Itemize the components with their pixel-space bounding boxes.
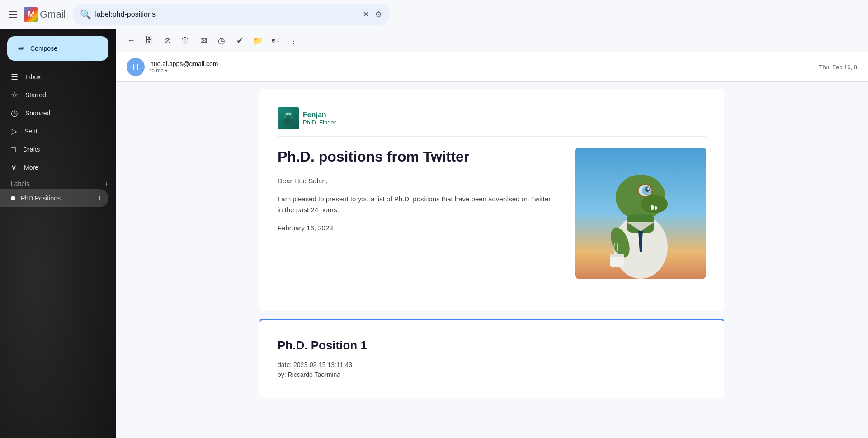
task-button[interactable]: ✔: [231, 33, 248, 49]
to-me-dropdown[interactable]: to me ▾: [150, 67, 218, 74]
email-greeting: Dear Hue Salari,: [278, 176, 557, 186]
avatar: H: [127, 58, 145, 76]
label-count: 1: [98, 195, 101, 201]
svg-point-2: [286, 113, 288, 115]
search-bar: 🔍 ✕ ⚙: [73, 4, 389, 25]
drafts-icon: □: [11, 145, 16, 154]
fenjan-logo-subtitle: Ph.D. Finder: [303, 119, 336, 126]
sidebar: ✏ Compose ☰ Inbox ☆ Starred ◷ Snoozed ▷: [0, 29, 116, 438]
label-name: PhD Positions: [21, 195, 93, 202]
email-body-text: I am pleased to present to you a list of…: [278, 194, 557, 215]
email-hero: Ph.D. positions from Twitter Dear Hue Sa…: [278, 148, 706, 279]
fenjan-logo-title: Fenjan: [303, 111, 336, 119]
delete-button[interactable]: 🗑: [177, 33, 193, 49]
sidebar-item-snoozed[interactable]: ◷ Snoozed: [0, 104, 108, 122]
inbox-icon: ☰: [11, 72, 18, 82]
svg-rect-22: [655, 206, 657, 210]
svg-point-4: [286, 115, 291, 119]
to-me-text: to me: [150, 67, 164, 74]
compose-label: Compose: [30, 45, 57, 52]
sender-name: hue.ai.apps@gmail.com: [150, 60, 218, 67]
labels-heading: Labels: [11, 180, 29, 187]
dinosaur-svg: [575, 148, 706, 279]
more-chevron-icon: ∨: [11, 162, 17, 172]
top-bar: M Gmail 🔍 ✕ ⚙: [0, 0, 868, 29]
gmail-logo-text: Gmail: [40, 9, 66, 20]
move-button[interactable]: 📁: [250, 33, 266, 49]
email-hero-image: [575, 148, 706, 279]
svg-point-12: [647, 188, 649, 190]
svg-point-8: [641, 195, 668, 213]
main-layout: ✏ Compose ☰ Inbox ☆ Starred ◷ Snoozed ▷: [0, 29, 868, 438]
position-1-card: Ph.D. Position 1 date: 2023-02-15 13:11:…: [259, 319, 724, 398]
email-body: Fenjan Ph.D. Finder Ph.D. positions from…: [116, 82, 868, 438]
email-date: Thu, Feb 16, 8: [819, 64, 857, 71]
more-label: More: [24, 164, 101, 171]
email-content-date: February 16, 2023: [278, 223, 557, 233]
sidebar-item-sent[interactable]: ▷ Sent: [0, 122, 108, 140]
starred-label: Starred: [25, 91, 101, 99]
spam-button[interactable]: ⊘: [159, 33, 175, 49]
email-toolbar: ← 🗄 ⊘ 🗑 ✉ ◷ ✔ 📁 🏷 ⋮: [116, 29, 868, 52]
inbox-label: Inbox: [25, 73, 101, 81]
position-1-by: by: Riccardo Taormina: [278, 370, 706, 380]
search-filter-icon[interactable]: ⚙: [375, 10, 382, 19]
snooze-icon: ◷: [11, 108, 18, 118]
email-title: Ph.D. positions from Twitter: [278, 148, 557, 167]
sidebar-item-phd-positions[interactable]: PhD Positions 1: [0, 189, 108, 207]
hamburger-menu[interactable]: [7, 9, 18, 20]
email-brand-header: Fenjan Ph.D. Finder: [278, 107, 706, 137]
svg-point-3: [288, 113, 291, 115]
labels-section-header: Labels +: [0, 176, 116, 189]
search-icon[interactable]: 🔍: [80, 9, 91, 20]
compose-button[interactable]: ✏ Compose: [7, 36, 108, 61]
fenjan-logo-icon: [278, 107, 299, 129]
avatar-letter: H: [133, 62, 139, 72]
email-content-wrapper: Fenjan Ph.D. Finder Ph.D. positions from…: [252, 82, 731, 405]
svg-rect-21: [651, 205, 654, 210]
mark-unread-button[interactable]: ✉: [195, 33, 212, 49]
main-nav: ☰ Inbox ☆ Starred ◷ Snoozed ▷ Sent □ D: [0, 68, 116, 176]
gmail-logo-m-icon: M: [24, 7, 38, 22]
email-hero-text: Ph.D. positions from Twitter Dear Hue Sa…: [278, 148, 557, 241]
email-area: ← 🗄 ⊘ 🗑 ✉ ◷ ✔ 📁 🏷 ⋮ H hue.ai.apps@gmail.…: [116, 29, 868, 438]
email-header: H hue.ai.apps@gmail.com to me ▾ Thu, Feb…: [116, 52, 868, 82]
fenjan-logo: Fenjan Ph.D. Finder: [278, 107, 336, 129]
compose-icon: ✏: [18, 43, 25, 53]
sidebar-item-drafts[interactable]: □ Drafts: [0, 140, 108, 158]
star-icon: ☆: [11, 90, 18, 100]
sent-label: Sent: [24, 128, 101, 135]
sidebar-item-more[interactable]: ∨ More: [0, 158, 108, 176]
fenjan-logo-text-block: Fenjan Ph.D. Finder: [303, 111, 336, 126]
drafts-label: Drafts: [23, 146, 101, 153]
sender-info: H hue.ai.apps@gmail.com to me ▾: [127, 58, 218, 76]
sidebar-item-inbox[interactable]: ☰ Inbox: [0, 68, 108, 86]
gmail-logo: M Gmail: [24, 7, 66, 22]
email-main-card: Fenjan Ph.D. Finder Ph.D. positions from…: [259, 89, 724, 311]
svg-rect-19: [610, 254, 624, 257]
snooze-button[interactable]: ◷: [213, 33, 230, 49]
more-actions-button[interactable]: ⋮: [286, 33, 302, 49]
archive-button[interactable]: 🗄: [141, 33, 157, 49]
search-clear-icon[interactable]: ✕: [363, 10, 369, 19]
snoozed-label: Snoozed: [25, 110, 101, 117]
search-input[interactable]: [95, 10, 357, 19]
to-me-chevron-icon: ▾: [165, 67, 168, 74]
sidebar-item-starred[interactable]: ☆ Starred: [0, 86, 108, 104]
svg-point-11: [645, 187, 650, 192]
label-button[interactable]: 🏷: [268, 33, 284, 49]
add-label-icon[interactable]: +: [105, 180, 108, 187]
position-1-title: Ph.D. Position 1: [278, 338, 706, 352]
label-color-dot: [11, 196, 15, 200]
sender-details: hue.ai.apps@gmail.com to me ▾: [150, 60, 218, 74]
back-button[interactable]: ←: [123, 33, 139, 49]
sent-icon: ▷: [11, 126, 17, 136]
position-1-date: date: 2023-02-15 13:11:43: [278, 360, 706, 370]
